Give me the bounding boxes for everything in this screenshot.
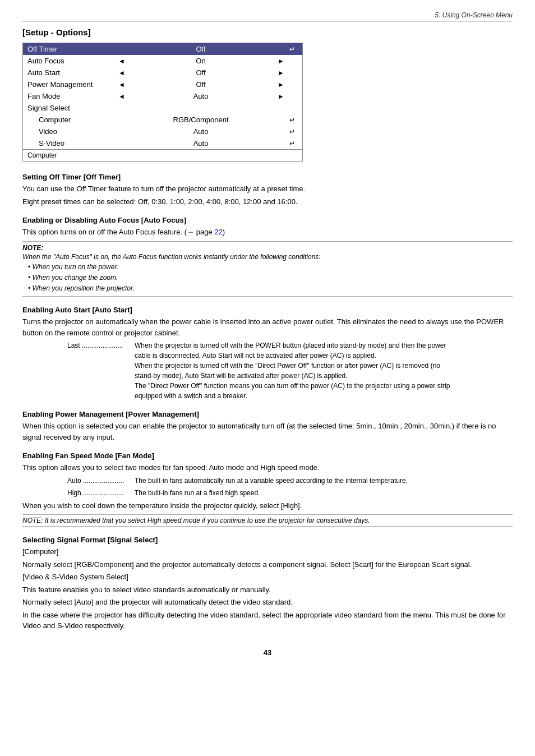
section-heading-auto-start: Enabling Auto Start [Auto Start] bbox=[22, 306, 513, 314]
menu-row-2[interactable]: Auto Start ◄ Off ► bbox=[23, 67, 302, 79]
page-header: 5. Using On-Screen Menu bbox=[22, 11, 513, 22]
section-auto-focus: Enabling or Disabling Auto Focus [Auto F… bbox=[22, 216, 513, 297]
sub-text: This feature enables you to select video… bbox=[22, 584, 513, 596]
section-fan-mode: Enabling Fan Speed Mode [Fan Mode]This o… bbox=[22, 451, 513, 527]
note-italic: NOTE: It is recommended that you select … bbox=[22, 514, 513, 527]
menu-footer: Computer bbox=[23, 149, 302, 161]
page-number: 43 bbox=[22, 648, 513, 657]
section-heading-fan-mode: Enabling Fan Speed Mode [Fan Mode] bbox=[22, 451, 513, 460]
section-title: [Setup - Options] bbox=[22, 27, 513, 37]
menu-box: Off Timer Off ↵ Auto Focus ◄ On ► Auto S… bbox=[22, 43, 303, 162]
paragraph: This option allows you to select two mod… bbox=[22, 462, 513, 473]
paragraph: You can use the Off Timer feature to tur… bbox=[22, 183, 513, 195]
fan-item: High ......................The built-in … bbox=[22, 488, 513, 498]
page-link[interactable]: 22 bbox=[214, 228, 222, 236]
section-off-timer: Setting Off Timer [Off Timer]You can use… bbox=[22, 173, 513, 207]
bullet-item: When you reposition the projector. bbox=[22, 283, 513, 294]
header-text: 5. Using On-Screen Menu bbox=[435, 11, 513, 19]
section-power-management: Enabling Power Management [Power Managem… bbox=[22, 410, 513, 442]
section-heading-auto-focus: Enabling or Disabling Auto Focus [Auto F… bbox=[22, 216, 513, 224]
sub-text: Normally select [RGB/Component] and the … bbox=[22, 559, 513, 570]
sub-heading: [Computer] bbox=[22, 546, 513, 557]
bullet-item: When you turn on the power. bbox=[22, 262, 513, 273]
menu-row-7[interactable]: Video Auto ↵ bbox=[23, 126, 302, 137]
menu-row-0[interactable]: Off Timer Off ↵ bbox=[23, 43, 302, 55]
section-heading-signal-select: Selecting Signal Format [Signal Select] bbox=[22, 536, 513, 544]
paragraph: Turns the projector on automatically whe… bbox=[22, 316, 513, 338]
fan-item: Auto ......................The built-in … bbox=[22, 476, 513, 486]
paragraph: This option turns on or off the Auto Foc… bbox=[22, 227, 513, 238]
paragraph: Eight preset times can be selected: Off,… bbox=[22, 196, 513, 208]
paragraph: When this option is selected you can ena… bbox=[22, 421, 513, 442]
menu-row-1[interactable]: Auto Focus ◄ On ► bbox=[23, 55, 302, 67]
bullet-item: When you change the zoom. bbox=[22, 273, 513, 283]
sub-text: Normally select [Auto] and the projector… bbox=[22, 597, 513, 608]
menu-row-5[interactable]: Signal Select bbox=[23, 102, 302, 114]
section-auto-start: Enabling Auto Start [Auto Start]Turns th… bbox=[22, 306, 513, 401]
section-heading-off-timer: Setting Off Timer [Off Timer] bbox=[22, 173, 513, 181]
menu-row-4[interactable]: Fan Mode ◄ Auto ► bbox=[23, 90, 302, 102]
note-block: NOTE:When the "Auto Focus" is on, the Au… bbox=[22, 241, 513, 297]
indent-item: Last ......................When the proj… bbox=[22, 340, 513, 401]
menu-row-6[interactable]: Computer RGB/Component ↵ bbox=[23, 114, 302, 126]
sub-text: In the case where the projector has diff… bbox=[22, 610, 513, 631]
after-fan-text: When you wish to cool down the temperatu… bbox=[22, 500, 513, 511]
sub-heading: [Video & S-Video System Select] bbox=[22, 571, 513, 583]
section-signal-select: Selecting Signal Format [Signal Select][… bbox=[22, 536, 513, 631]
section-heading-power-management: Enabling Power Management [Power Managem… bbox=[22, 410, 513, 418]
menu-row-3[interactable]: Power Management ◄ Off ► bbox=[23, 79, 302, 90]
menu-row-8[interactable]: S-Video Auto ↵ bbox=[23, 137, 302, 149]
